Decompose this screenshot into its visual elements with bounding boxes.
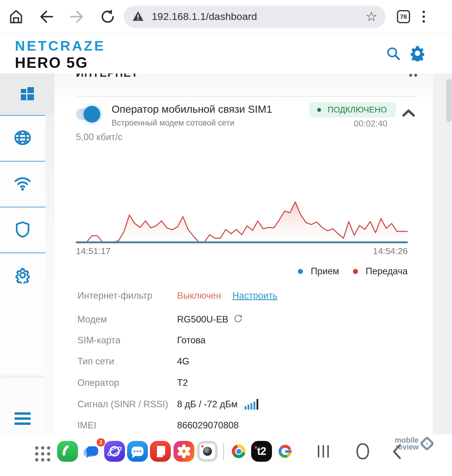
row-label: Интернет-фильтр xyxy=(77,290,177,301)
modem-value: RG500U-EB xyxy=(177,314,228,325)
back-icon[interactable] xyxy=(39,9,54,24)
url-text[interactable]: 192.168.1.1/dashboard xyxy=(152,11,365,22)
samsung-messages-app-icon[interactable] xyxy=(127,441,148,462)
section-heading-clipped: ИНТЕРНЕТ xyxy=(76,73,284,78)
row-label: Тип сети xyxy=(77,356,177,367)
bookmark-star-icon[interactable]: ☆ xyxy=(366,10,377,23)
tx-dot-icon xyxy=(353,269,358,274)
app-header: NETCRAZE HERO 5G xyxy=(0,33,452,73)
detail-row-imei: IMEI 866029070808 xyxy=(77,419,408,431)
browser-toolbar: 192.168.1.1/dashboard ☆ 76 xyxy=(0,0,452,33)
browser-menu-icon[interactable] xyxy=(423,11,425,23)
shield-icon xyxy=(15,221,30,239)
reload-icon[interactable] xyxy=(100,9,115,24)
internet-card: ИНТЕРНЕТ Оператор мобильной связи SIM1 В… xyxy=(54,73,433,434)
watermark-diamond-icon: › xyxy=(420,436,435,451)
search-icon[interactable] xyxy=(386,46,401,62)
tx-label: Передача xyxy=(366,266,408,277)
operator-value: T2 xyxy=(177,378,188,388)
samsung-notes-app-icon[interactable] xyxy=(150,441,171,462)
phone-app-icon[interactable] xyxy=(57,441,78,462)
camera-red-dot xyxy=(201,445,204,447)
configure-link[interactable]: Настроить xyxy=(232,290,277,301)
x-end-label: 14:54:26 xyxy=(373,246,408,256)
sidebar-item-security[interactable] xyxy=(0,207,45,253)
settings-gear-icon[interactable] xyxy=(409,45,426,62)
chrome-app-icon[interactable] xyxy=(228,441,249,462)
screen: 192.168.1.1/dashboard ☆ 76 NETCRAZE HERO… xyxy=(0,0,452,476)
hamburger-icon[interactable] xyxy=(15,412,31,425)
dashboard-grid-icon xyxy=(20,86,35,103)
mobile-review-watermark: mobile review › xyxy=(395,437,432,450)
dock: 2 t2 mobile r xyxy=(0,434,452,476)
brand-line2: HERO 5G xyxy=(15,55,105,70)
sidebar xyxy=(0,73,54,434)
rx-dot-icon xyxy=(298,269,303,274)
google-app-icon[interactable] xyxy=(275,441,295,462)
legend-item-tx: Передача xyxy=(353,266,408,277)
divider xyxy=(76,96,417,96)
sim-value: Готова xyxy=(177,335,206,346)
rx-label: Прием xyxy=(311,266,339,277)
t2-app-icon[interactable]: t2 xyxy=(251,441,272,462)
row-label: Оператор xyxy=(77,378,177,388)
sidebar-item-dashboard[interactable] xyxy=(0,73,54,115)
gallery-app-icon[interactable] xyxy=(173,441,194,462)
connection-toggle[interactable] xyxy=(76,109,98,120)
chart-ymax-label: 5,00 кбит/с xyxy=(76,132,123,143)
filter-state-value: Выключен xyxy=(177,290,221,301)
not-secure-warning-icon[interactable] xyxy=(132,11,144,23)
samsung-internet-app-icon[interactable] xyxy=(104,441,125,462)
scrollbar-thumb[interactable] xyxy=(446,79,452,122)
sidebar-item-internet[interactable] xyxy=(0,115,45,161)
uptime-value: 00:02:40 xyxy=(333,119,387,129)
camera-app-icon[interactable] xyxy=(197,441,218,462)
google-messages-app-icon[interactable]: 2 xyxy=(81,441,102,462)
section-title: ИНТЕРНЕТ xyxy=(76,73,284,78)
url-bar[interactable]: 192.168.1.1/dashboard ☆ xyxy=(124,6,386,28)
globe-icon xyxy=(14,130,31,147)
dashboard-page: ИНТЕРНЕТ Оператор мобильной связи SIM1 В… xyxy=(0,73,452,434)
status-label: ПОДКЛЮЧЕНО xyxy=(328,105,387,115)
network-type-value: 4G xyxy=(177,356,189,367)
connection-title: Оператор мобильной связи SIM1 xyxy=(112,103,272,115)
sidebar-footer xyxy=(0,378,45,434)
t2-label: t2 xyxy=(257,445,266,458)
home-icon[interactable] xyxy=(8,9,24,24)
x-start-label: 14:51:17 xyxy=(76,246,111,256)
legend-item-rx: Прием xyxy=(298,266,339,277)
status-dot-icon xyxy=(317,108,321,112)
refresh-icon[interactable] xyxy=(233,313,243,326)
tab-counter[interactable]: 76 xyxy=(397,10,410,23)
notification-badge: 2 xyxy=(97,438,105,447)
status-badge: ПОДКЛЮЧЕНО xyxy=(309,102,396,118)
scrollbar-track[interactable] xyxy=(433,73,452,434)
detail-row-filter: Интернет-фильтр Выключен Настроить xyxy=(77,290,408,302)
chart-legend: Прием Передача xyxy=(76,266,408,277)
nav-home-icon[interactable] xyxy=(356,443,369,459)
detail-row-signal: Сигнал (SINR / RSSI) 8 дБ / -72 дБм xyxy=(77,398,408,410)
brand-logo: NETCRAZE HERO 5G xyxy=(15,39,105,70)
camera-lens-icon xyxy=(203,447,212,456)
sidebar-item-settings[interactable] xyxy=(0,253,45,298)
sidebar-spacer xyxy=(0,298,45,377)
forward-icon[interactable] xyxy=(69,9,85,24)
chart-x-axis: 14:51:17 14:54:26 xyxy=(76,246,408,256)
nav-recents-icon[interactable] xyxy=(318,445,329,458)
detail-row-sim: SIM-карта Готова xyxy=(77,334,408,346)
row-label: Модем xyxy=(77,314,177,325)
collapse-chevron-icon[interactable] xyxy=(402,109,415,118)
brand-line1: NETCRAZE xyxy=(15,39,105,53)
detail-row-network-type: Тип сети 4G xyxy=(77,356,408,367)
app-drawer-icon[interactable] xyxy=(35,446,50,461)
detail-row-operator: Оператор T2 xyxy=(77,377,408,389)
dock-separator xyxy=(223,443,224,461)
section-more-icon[interactable] xyxy=(409,74,417,77)
row-label: Сигнал (SINR / RSSI) xyxy=(77,399,177,410)
wifi-icon xyxy=(14,176,32,192)
connection-subtitle: Встроенный модем сотовой сети xyxy=(112,118,234,128)
sidebar-item-wifi[interactable] xyxy=(0,161,45,207)
watermark-line2: review xyxy=(395,444,419,450)
gear-outline-icon xyxy=(14,267,31,285)
detail-row-modem: Модем RG500U-EB xyxy=(77,314,408,325)
